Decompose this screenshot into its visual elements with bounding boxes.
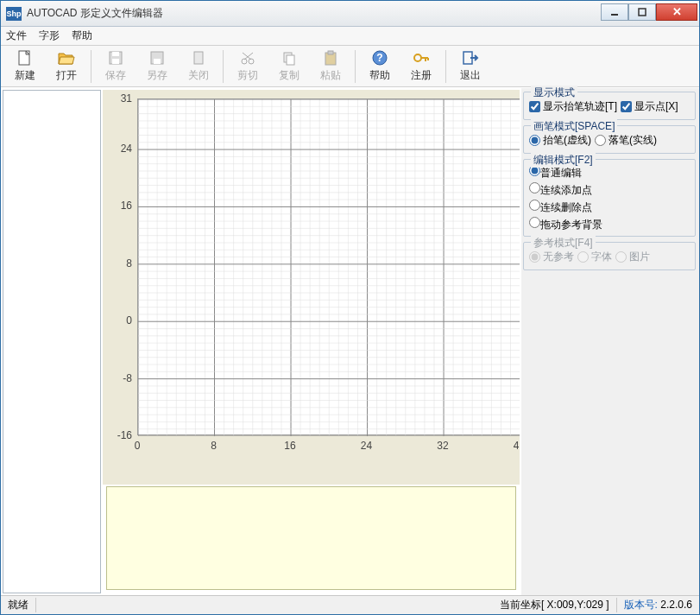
copy-icon — [281, 49, 298, 67]
edit-dragbg-radio[interactable]: 拖动参考背景 — [529, 217, 690, 232]
svg-rect-8 — [112, 59, 119, 64]
y-axis: 31241680-8-16 — [103, 98, 136, 435]
ref-none-radio: 无参考 — [529, 250, 574, 264]
menu-file[interactable]: 文件 — [6, 29, 27, 43]
display-mode-group: 显示模式 显示抬笔轨迹[T] 显示点[X] — [523, 92, 696, 120]
status-coord: 当前坐标[ X:009,Y:029 ] — [493, 598, 617, 612]
svg-rect-7 — [112, 52, 119, 56]
menu-help[interactable]: 帮助 — [72, 29, 92, 43]
edit-addpt-radio[interactable]: 连续添加点 — [529, 182, 690, 198]
paste-icon — [322, 49, 339, 67]
close-file-icon — [190, 49, 207, 67]
cut-button[interactable]: 剪切 — [227, 48, 268, 86]
register-button[interactable]: 注册 — [400, 48, 442, 86]
paste-button[interactable]: 粘贴 — [310, 48, 351, 86]
help-button[interactable]: ?帮助 — [359, 48, 400, 86]
app-icon: Shp — [6, 7, 22, 21]
copy-button[interactable]: 复制 — [268, 48, 310, 86]
x-axis: 081624324047 — [137, 440, 520, 455]
open-button[interactable]: 打开 — [46, 48, 87, 86]
edit-delpt-radio[interactable]: 连续删除点 — [529, 200, 690, 215]
reference-mode-group: 参考模式[F4] 无参考 字体 图片 — [523, 242, 696, 270]
open-folder-icon — [58, 49, 75, 67]
pen-up-radio[interactable]: 抬笔(虚线) — [529, 133, 591, 148]
window-title: AUTOCAD 形定义文件编辑器 — [27, 6, 601, 21]
show-points-checkbox[interactable]: 显示点[X] — [621, 99, 678, 114]
ref-image-radio: 图片 — [615, 250, 650, 264]
log-output[interactable] — [106, 486, 516, 590]
show-track-checkbox[interactable]: 显示抬笔轨迹[T] — [529, 99, 617, 114]
new-file-icon — [16, 49, 34, 67]
version-value: 2.2.0.6 — [660, 599, 692, 611]
maximize-button[interactable] — [628, 3, 656, 21]
saveas-icon — [148, 49, 166, 67]
svg-rect-19 — [328, 51, 333, 54]
scissors-icon — [239, 49, 256, 67]
shape-list[interactable] — [3, 90, 101, 593]
close-button[interactable]: ✕ — [656, 3, 697, 21]
saveas-button[interactable]: 另存 — [136, 48, 178, 86]
pen-mode-group: 画笔模式[SPACE] 抬笔(虚线) 落笔(实线) — [523, 125, 696, 154]
status-ready: 就绪 — [1, 598, 36, 612]
svg-rect-17 — [287, 55, 294, 65]
minimize-button[interactable] — [601, 3, 628, 21]
exit-icon — [462, 49, 479, 67]
close-file-button[interactable]: 关闭 — [178, 48, 219, 86]
svg-point-22 — [414, 54, 421, 61]
drawing-canvas[interactable]: 31241680-8-16 081624324047 — [103, 90, 520, 485]
key-icon — [413, 49, 430, 67]
pen-down-radio[interactable]: 落笔(实线) — [595, 133, 657, 148]
version-label: 版本号: — [624, 599, 658, 611]
svg-rect-10 — [154, 59, 161, 64]
save-icon — [107, 49, 124, 67]
help-icon: ? — [371, 49, 388, 67]
exit-button[interactable]: 退出 — [450, 48, 491, 86]
menu-glyph[interactable]: 字形 — [39, 29, 60, 43]
save-button[interactable]: 保存 — [95, 48, 136, 86]
new-button[interactable]: 新建 — [4, 48, 46, 86]
grid — [137, 98, 520, 435]
ref-font-radio: 字体 — [577, 250, 612, 264]
edit-mode-group: 编辑模式[F2] 普通编辑 连续添加点 连续删除点 拖动参考背景 — [523, 159, 696, 237]
svg-rect-1 — [639, 9, 646, 16]
svg-text:?: ? — [376, 52, 382, 64]
svg-rect-11 — [194, 52, 203, 64]
svg-marker-5 — [59, 57, 74, 64]
